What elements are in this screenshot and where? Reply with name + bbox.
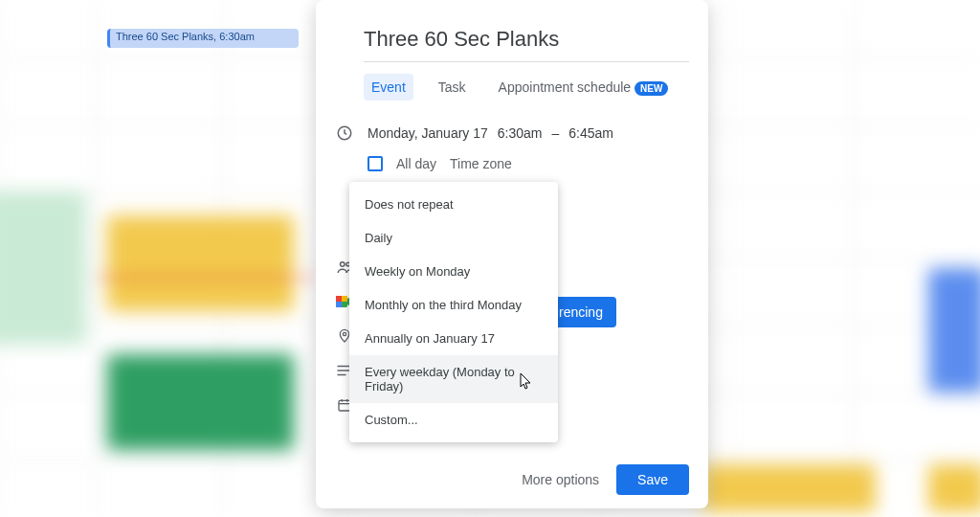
- event-title[interactable]: Three 60 Sec Planks: [335, 27, 689, 52]
- date-time-row: Monday, January 17 6:30am – 6:45am: [335, 122, 689, 145]
- clock-icon: [335, 124, 354, 142]
- recurrence-option-custom[interactable]: Custom...: [349, 403, 558, 437]
- recurrence-option-does-not-repeat[interactable]: Does not repeat: [349, 188, 558, 221]
- all-day-checkbox[interactable]: [368, 156, 383, 171]
- start-time[interactable]: 6:30am: [498, 125, 543, 141]
- recurrence-dropdown: Does not repeat Daily Weekly on Monday M…: [349, 182, 558, 442]
- time-zone-link[interactable]: Time zone: [450, 156, 512, 171]
- svg-rect-6: [336, 296, 342, 302]
- new-badge: NEW: [635, 81, 668, 96]
- recurrence-option-weekly[interactable]: Weekly on Monday: [349, 255, 558, 288]
- more-options-button[interactable]: More options: [522, 472, 599, 487]
- all-day-row: All day Time zone: [335, 156, 689, 171]
- save-button[interactable]: Save: [616, 464, 689, 495]
- mouse-cursor-icon: [517, 371, 532, 391]
- tab-event[interactable]: Event: [364, 74, 413, 101]
- tab-appointment[interactable]: Appointment schedule NEW: [491, 74, 677, 101]
- title-divider: [364, 61, 689, 62]
- tab-task[interactable]: Task: [431, 74, 474, 101]
- all-day-label: All day: [396, 156, 436, 171]
- event-type-tabs: Event Task Appointment schedule NEW: [335, 74, 689, 101]
- recurrence-option-monthly[interactable]: Monthly on the third Monday: [349, 288, 558, 322]
- modal-footer: More options Save: [335, 464, 689, 495]
- tab-appointment-label: Appointment schedule: [499, 79, 632, 95]
- recurrence-option-daily[interactable]: Daily: [349, 221, 558, 255]
- svg-point-1: [341, 262, 345, 267]
- end-time[interactable]: 6:45am: [568, 125, 613, 141]
- recurrence-option-annually[interactable]: Annually on January 17: [349, 322, 558, 355]
- time-dash: –: [552, 125, 560, 141]
- event-date[interactable]: Monday, January 17: [368, 125, 488, 141]
- event-chip[interactable]: Three 60 Sec Planks, 6:30am: [107, 29, 299, 48]
- svg-point-7: [343, 332, 345, 335]
